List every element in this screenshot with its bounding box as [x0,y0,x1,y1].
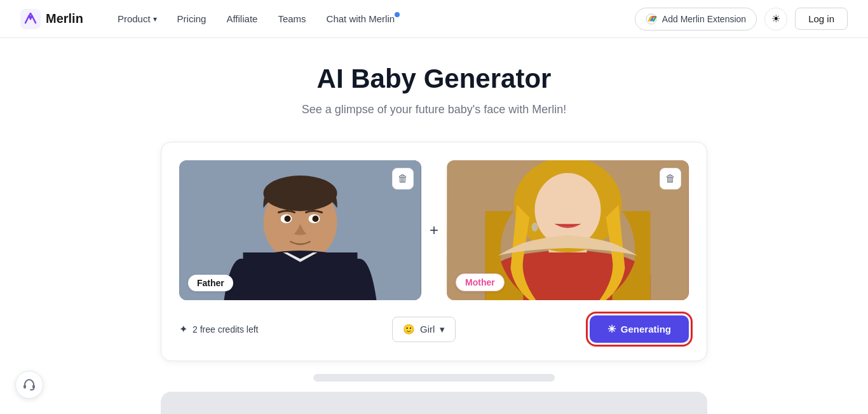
headset-icon [22,376,36,394]
credits-icon: ✦ [179,323,187,335]
logo-text: Merlin [46,11,83,26]
result-area [161,374,707,414]
gender-value: Girl [420,324,435,335]
nav-pricing[interactable]: Pricing [168,8,215,29]
mother-trash-icon: 🗑 [665,173,675,184]
login-button[interactable]: Log in [795,8,848,30]
bottom-row: ✦ 2 free credits left 🙂 Girl ▾ ✳ Generat… [179,315,689,343]
nav-chat[interactable]: Chat with Merlin [318,8,404,29]
nav-right: Add Merlin Extension ☀ Log in [635,8,848,31]
main-content: AI Baby Generator See a glimpse of your … [0,38,868,414]
photos-row: 🗑 Father + [179,160,689,300]
generating-label: Generating [621,324,671,335]
logo[interactable]: Merlin [20,9,83,29]
svg-point-1 [29,13,32,15]
page-subtitle: See a glimpse of your future baby's face… [302,103,567,116]
svg-point-13 [285,216,291,222]
product-chevron-icon: ▾ [153,15,157,24]
credits-badge: ✦ 2 free credits left [179,323,259,335]
result-progress-bar [313,374,555,382]
sun-icon: ☀ [771,13,780,25]
page-title: AI Baby Generator [317,64,552,94]
merlin-logo-icon [20,9,41,29]
nav-links: Product ▾ Pricing Affiliate Teams Chat w… [109,8,635,29]
theme-toggle-button[interactable]: ☀ [764,8,787,31]
nav-affiliate[interactable]: Affiliate [217,8,266,29]
nav-teams[interactable]: Teams [269,8,315,29]
father-photo-slot: 🗑 Father [179,160,421,300]
svg-point-20 [532,223,538,231]
credits-text: 2 free credits left [193,324,259,335]
navbar: Merlin Product ▾ Pricing Affiliate Teams… [0,0,868,38]
chrome-icon [646,13,657,25]
gender-select[interactable]: 🙂 Girl ▾ [392,317,456,342]
nav-product[interactable]: Product ▾ [109,8,166,29]
smiley-icon: 🙂 [403,324,415,335]
father-label: Father [188,275,233,291]
father-delete-button[interactable]: 🗑 [392,168,414,190]
chat-notification-dot [395,12,400,17]
add-extension-button[interactable]: Add Merlin Extension [635,8,757,31]
loading-spin-icon: ✳ [607,323,616,335]
generator-card: 🗑 Father + [161,142,707,361]
mother-delete-button[interactable]: 🗑 [660,168,681,190]
support-button[interactable] [15,371,43,399]
result-image-placeholder [161,392,707,414]
mother-photo-slot: 🗑 Mother [447,160,689,300]
chevron-down-icon: ▾ [440,324,445,335]
mother-label: Mother [456,273,505,291]
svg-point-14 [313,216,319,222]
svg-rect-23 [24,385,26,389]
plus-divider: + [421,221,447,239]
trash-icon: 🗑 [398,173,408,184]
generating-button[interactable]: ✳ Generating [590,315,689,343]
